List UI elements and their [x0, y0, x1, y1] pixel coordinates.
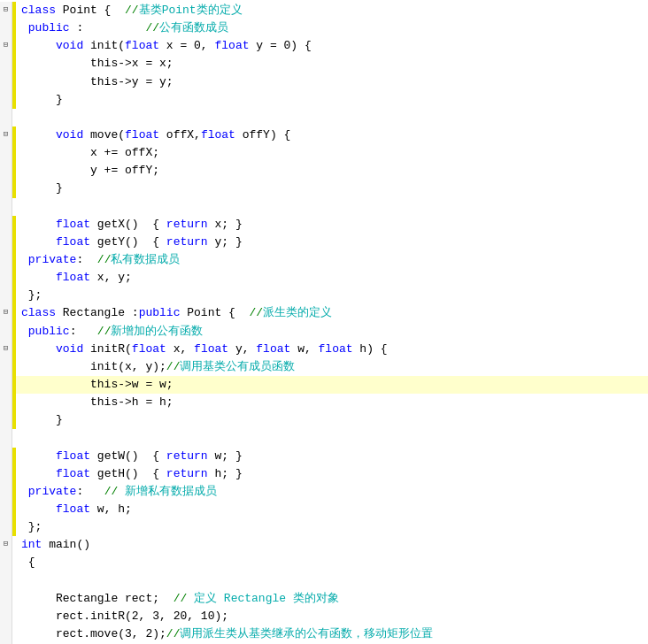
token-cm: // — [166, 627, 181, 640]
token-kw: float — [132, 342, 166, 356]
token-kw: float — [56, 449, 90, 463]
token-plain: offY) { — [235, 128, 290, 142]
token-kw: public — [139, 306, 181, 319]
token-plain: move( — [83, 128, 125, 142]
gutter-cell — [0, 323, 12, 341]
token-plain: main() — [42, 538, 90, 551]
code-line: public: //新增加的公有函数 — [0, 323, 648, 341]
code-text: Rectangle rect; // 定义 Rectangle 类的对象 — [16, 590, 648, 608]
token-plain: this->x = x; — [21, 57, 174, 70]
token-cm-cn: 新增加的公有函数 — [111, 325, 203, 338]
token-kw: float — [56, 235, 90, 249]
token-kw: return — [166, 235, 208, 249]
code-text: float getY() { return y; } — [16, 234, 648, 251]
code-line: } — [0, 411, 648, 429]
token-plain: w, h; — [90, 502, 132, 516]
token-plain — [21, 271, 56, 284]
token-plain — [21, 39, 56, 52]
token-plain: getH() { — [90, 467, 166, 480]
token-kw: return — [166, 218, 208, 231]
code-line: private: // 新增私有数据成员 — [0, 483, 648, 501]
code-text: }; — [16, 518, 648, 536]
code-line: ⊟ void move(float offX,float offY) { — [0, 126, 648, 144]
token-kw: class — [21, 4, 56, 17]
code-text: public: //新增加的公有函数 — [16, 323, 648, 341]
token-kw: void — [56, 342, 83, 356]
gutter-cell — [0, 358, 12, 376]
token-kw: int — [21, 538, 42, 551]
token-kw: float — [56, 271, 90, 284]
gutter-cell — [0, 251, 12, 269]
token-plain: } — [21, 413, 63, 426]
code-text: float getX() { return x; } — [16, 216, 648, 234]
token-plain: }; — [21, 288, 42, 302]
code-text — [16, 572, 648, 590]
code-line: ⊟ void initR(float x, float y, float w, … — [0, 341, 648, 358]
code-line: { — [0, 554, 648, 571]
token-plain — [21, 342, 56, 356]
fold-icon[interactable]: ⊟ — [4, 539, 8, 551]
token-plain — [21, 502, 56, 516]
token-kw: float — [194, 342, 228, 356]
token-kw: float — [56, 502, 90, 516]
code-text: class Point { //基类Point类的定义 — [16, 2, 648, 19]
gutter-cell — [0, 73, 12, 91]
token-cm: // — [97, 325, 112, 338]
code-line: this->x = x; — [0, 55, 648, 73]
code-text: float w, h; — [16, 501, 648, 518]
fold-icon[interactable]: ⊟ — [4, 40, 8, 52]
token-plain: y = 0) { — [250, 39, 312, 52]
code-text: void move(float offX,float offY) { — [16, 126, 648, 144]
code-editor: ⊟class Point { //基类Point类的定义 public : //… — [0, 0, 648, 644]
code-text: this->x = x; — [16, 55, 648, 73]
code-line: }; — [0, 287, 648, 304]
token-plain — [21, 21, 28, 34]
code-text: } — [16, 91, 648, 109]
gutter-cell — [0, 465, 12, 483]
token-kw: float — [56, 467, 90, 480]
fold-icon[interactable]: ⊟ — [4, 4, 8, 17]
gutter-cell — [0, 411, 12, 429]
code-line: public : //公有函数成员 — [0, 19, 648, 37]
code-line — [0, 109, 648, 126]
token-cm: // — [145, 21, 159, 34]
code-line — [0, 429, 648, 447]
code-text: } — [16, 180, 648, 197]
code-text: class Rectangle :public Point { //派生类的定义 — [16, 304, 648, 322]
token-plain: }; — [21, 520, 42, 533]
gutter-cell — [0, 625, 12, 643]
token-kw: private — [28, 253, 77, 266]
fold-icon[interactable]: ⊟ — [4, 129, 8, 142]
fold-icon[interactable]: ⊟ — [4, 307, 8, 319]
gutter-cell — [0, 394, 12, 411]
token-cm: // — [125, 4, 139, 17]
fold-icon[interactable]: ⊟ — [4, 343, 8, 356]
code-line: } — [0, 180, 648, 197]
code-line: float w, h; — [0, 501, 648, 518]
token-plain: x += offX; — [21, 146, 159, 159]
gutter-cell — [0, 501, 12, 518]
gutter-cell: ⊟ — [0, 2, 12, 19]
token-cm-cn: 基类Point类的定义 — [139, 4, 243, 17]
code-text: rect.move(3, 2);//调用派生类从基类继承的公有函数，移动矩形位置 — [16, 625, 648, 643]
gutter-cell — [0, 287, 12, 304]
gutter-cell — [0, 198, 12, 216]
code-text: { — [16, 554, 648, 571]
gutter-cell: ⊟ — [0, 304, 12, 322]
token-plain: : — [76, 253, 96, 266]
token-kw: void — [56, 39, 83, 52]
token-plain: w; } — [208, 449, 243, 463]
token-kw: public — [28, 325, 70, 338]
token-plain: Rectangle : — [56, 306, 139, 319]
code-line: float getX() { return x; } — [0, 216, 648, 234]
gutter-cell — [0, 483, 12, 501]
token-cm: // — [166, 360, 181, 373]
code-text: float x, y; — [16, 269, 648, 287]
token-cm: // — [104, 485, 125, 498]
token-cm-cn: 定义 Rectangle 类的对象 — [194, 592, 339, 605]
code-line: } — [0, 91, 648, 109]
token-cm-cn: 调用基类公有成员函数 — [180, 360, 295, 373]
token-plain — [21, 325, 28, 338]
code-line: }; — [0, 518, 648, 536]
token-cm-cn: 私有数据成员 — [111, 253, 180, 266]
